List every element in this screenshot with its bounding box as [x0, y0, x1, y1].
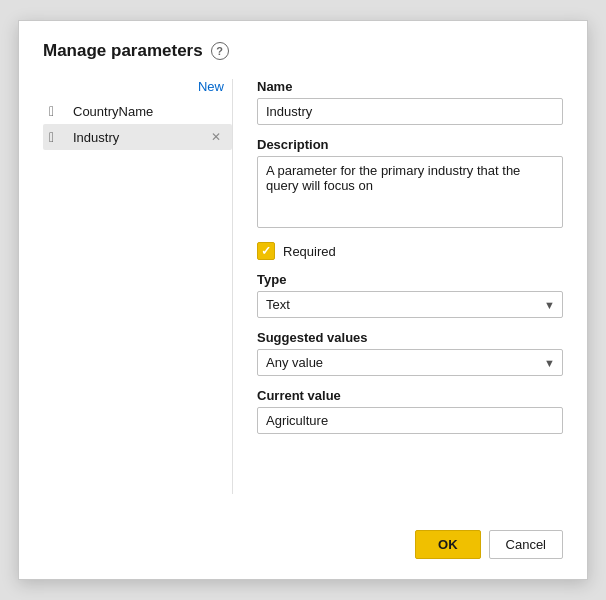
name-label: Name: [257, 79, 563, 94]
param-icon-industry: : [49, 129, 67, 145]
sidebar: New  CountryName  Industry ✕: [43, 79, 233, 494]
type-group: Type Text Number Date/Time Decimal Numbe…: [257, 272, 563, 318]
manage-parameters-dialog: Manage parameters ? New  CountryName  …: [18, 20, 588, 580]
required-checkbox[interactable]: ✓: [257, 242, 275, 260]
sidebar-label-countryname: CountryName: [73, 104, 224, 119]
type-select-wrapper: Text Number Date/Time Decimal Number Log…: [257, 291, 563, 318]
required-label: Required: [283, 244, 336, 259]
suggested-select-wrapper: Any value List of values Query ▼: [257, 349, 563, 376]
type-select[interactable]: Text Number Date/Time Decimal Number Log…: [257, 291, 563, 318]
name-input[interactable]: [257, 98, 563, 125]
dialog-title: Manage parameters: [43, 41, 203, 61]
checkmark-icon: ✓: [261, 245, 271, 257]
sidebar-item-industry[interactable]:  Industry ✕: [43, 124, 232, 150]
sidebar-label-industry: Industry: [73, 130, 202, 145]
description-label: Description: [257, 137, 563, 152]
form-area: Name Description A parameter for the pri…: [233, 79, 563, 494]
required-row: ✓ Required: [257, 242, 563, 260]
sidebar-item-countryname[interactable]:  CountryName: [43, 98, 232, 124]
current-group: Current value: [257, 388, 563, 434]
param-icon-countryname: : [49, 103, 67, 119]
ok-button[interactable]: OK: [415, 530, 481, 559]
sidebar-header: New: [43, 79, 232, 94]
type-label: Type: [257, 272, 563, 287]
new-button[interactable]: New: [198, 79, 224, 94]
cancel-button[interactable]: Cancel: [489, 530, 563, 559]
dialog-footer: OK Cancel: [43, 518, 563, 559]
name-group: Name: [257, 79, 563, 125]
current-value-input[interactable]: [257, 407, 563, 434]
close-icon-industry[interactable]: ✕: [208, 130, 224, 144]
current-label: Current value: [257, 388, 563, 403]
description-textarea[interactable]: A parameter for the primary industry tha…: [257, 156, 563, 228]
help-icon[interactable]: ?: [211, 42, 229, 60]
suggested-group: Suggested values Any value List of value…: [257, 330, 563, 376]
dialog-header: Manage parameters ?: [43, 41, 563, 61]
dialog-body: New  CountryName  Industry ✕ Name Desc…: [43, 79, 563, 494]
suggested-select[interactable]: Any value List of values Query: [257, 349, 563, 376]
suggested-label: Suggested values: [257, 330, 563, 345]
description-group: Description A parameter for the primary …: [257, 137, 563, 228]
